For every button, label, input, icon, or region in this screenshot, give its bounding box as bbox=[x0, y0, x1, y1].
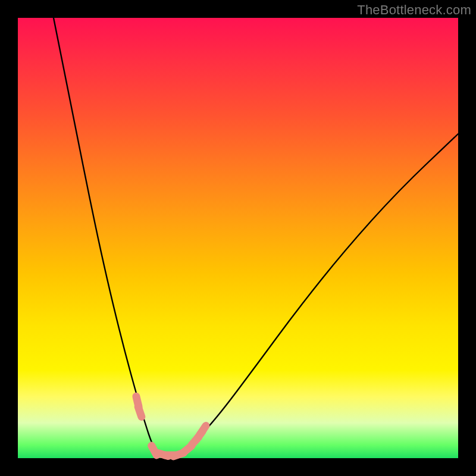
plot-area bbox=[18, 18, 458, 458]
highlight-dot bbox=[138, 407, 142, 417]
curve-layer bbox=[18, 18, 458, 458]
highlight-dot bbox=[200, 426, 206, 435]
watermark-text: TheBottleneck.com bbox=[357, 2, 471, 18]
chart-frame: TheBottleneck.com bbox=[0, 0, 476, 476]
bottleneck-curve bbox=[54, 18, 458, 455]
